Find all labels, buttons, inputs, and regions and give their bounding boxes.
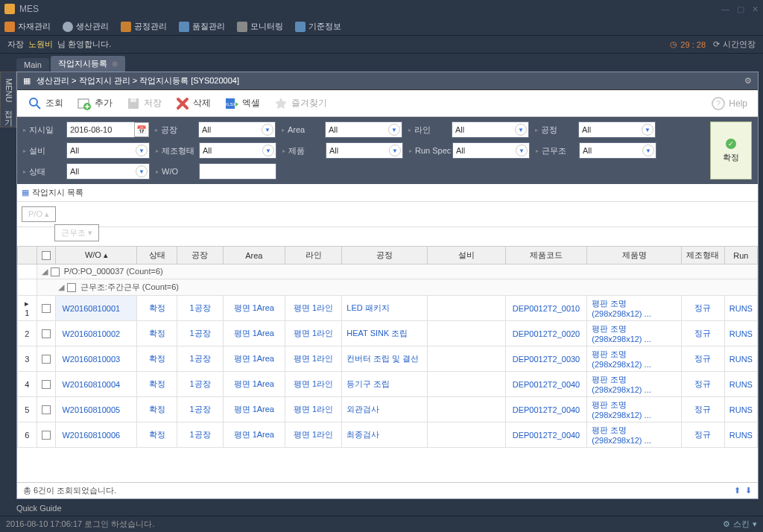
save-button[interactable]: 저장 (120, 93, 168, 114)
checkbox[interactable] (42, 431, 51, 440)
dropdown-icon: ▼ (642, 124, 653, 136)
menu-production[interactable]: 생산관리 (63, 21, 109, 32)
col-rownum[interactable] (18, 247, 37, 265)
cell-wo: W20160810002 (56, 321, 137, 346)
process-combo[interactable]: All▼ (578, 121, 656, 138)
group-row-po[interactable]: ◢ P/O:PO_000037 (Count=6) (37, 265, 757, 279)
delete-button[interactable]: 삭제 (169, 93, 217, 114)
col-area[interactable]: Area (223, 247, 285, 265)
cell-factory: 1공장 (177, 372, 223, 397)
cell-line: 평면 1라인 (285, 372, 341, 397)
col-status[interactable]: 상태 (137, 247, 177, 265)
table-row[interactable]: 5W20160810005확정1공장평면 1Area평면 1라인외관검사DEP0… (18, 397, 758, 422)
tab-close-icon[interactable]: ⊗ (112, 60, 118, 68)
tab-main[interactable]: Main (16, 58, 49, 72)
cell-checkbox[interactable] (37, 321, 56, 346)
add-button[interactable]: 추가 (71, 93, 118, 114)
checkbox[interactable] (67, 283, 76, 292)
table-row[interactable]: ▸ 1W20160810001확정1공장평면 1Area평면 1라인LED 패키… (18, 296, 758, 321)
collapse-icon[interactable]: ◢ (42, 267, 48, 276)
close-icon[interactable]: ✕ (752, 4, 759, 14)
app-icon (4, 4, 15, 14)
factory-combo[interactable]: All▼ (198, 121, 276, 138)
collapse-icon[interactable]: ◢ (58, 282, 64, 291)
col-line[interactable]: 라인 (285, 247, 341, 265)
checkbox[interactable] (42, 380, 51, 389)
scroll-down-icon[interactable]: ⬇ (745, 486, 752, 495)
help-button[interactable]: ? Help (705, 93, 753, 114)
wo-input[interactable] (199, 163, 276, 180)
menu-process[interactable]: 공정관리 (121, 21, 167, 32)
cell-checkbox[interactable] (37, 296, 56, 321)
checkbox-all[interactable] (42, 251, 51, 260)
product-combo[interactable]: All▼ (326, 142, 403, 159)
cell-checkbox[interactable] (37, 346, 56, 372)
checkbox[interactable] (42, 405, 51, 414)
line-combo[interactable]: All▼ (452, 121, 529, 138)
settings-gear-icon[interactable]: ⚙ (744, 76, 752, 86)
runspec-combo[interactable]: All▼ (452, 142, 530, 159)
shift-combo[interactable]: All▼ (579, 142, 656, 159)
col-equipment[interactable]: 설비 (428, 247, 505, 265)
minimize-icon[interactable]: — (721, 4, 729, 14)
check-icon: ✓ (726, 139, 736, 149)
status-combo[interactable]: All▼ (66, 163, 150, 180)
checkbox[interactable] (42, 329, 51, 338)
cell-productcode: DEP0012T2_0040 (505, 422, 587, 448)
quick-guide-bar[interactable]: Quick Guide (0, 501, 763, 516)
menu-material[interactable]: 자재관리 (4, 21, 51, 32)
table-row[interactable]: 4W20160810004확정1공장평면 1Area평면 1라인등기구 조립DE… (18, 372, 758, 397)
cell-checkbox[interactable] (37, 372, 56, 397)
skin-button[interactable]: ⚙ 스킨 ▾ (723, 519, 757, 530)
excel-button[interactable]: XLSX 엑셀 (218, 93, 266, 114)
group-chip-shift-label: 근무조 ▾ (61, 227, 92, 238)
group-chip-shift[interactable]: 근무조 ▾ (54, 224, 99, 241)
tab-workorder-label: 작업지시등록 (58, 58, 107, 69)
mfgtype-combo[interactable]: All▼ (199, 142, 276, 159)
col-factory[interactable]: 공장 (177, 247, 223, 265)
col-process[interactable]: 공정 (342, 247, 428, 265)
cell-checkbox[interactable] (37, 422, 56, 448)
grid[interactable]: W/O ▴ 상태 공장 Area 라인 공정 설비 제품코드 제품명 제조형태 … (17, 246, 758, 482)
cell-equipment (428, 296, 505, 321)
favorite-button[interactable]: 즐겨찾기 (267, 93, 333, 114)
col-productcode[interactable]: 제품코드 (505, 247, 587, 265)
extend-session-button[interactable]: ⟳ 시간연장 (713, 39, 756, 50)
group-chip-po[interactable]: P/O ▴ (22, 206, 56, 222)
date-input[interactable] (66, 121, 135, 138)
scroll-up-icon[interactable]: ⬆ (734, 486, 741, 495)
cell-mfgtype: 정규 (682, 321, 725, 346)
table-row[interactable]: 2W20160810002확정1공장평면 1Area평면 1라인HEAT SIN… (18, 321, 758, 346)
cell-checkbox[interactable] (37, 397, 56, 422)
area-combo[interactable]: All▼ (325, 121, 402, 138)
col-productname[interactable]: 제품명 (587, 247, 682, 265)
confirm-button[interactable]: ✓ 확정 (710, 121, 752, 180)
group-row-shift[interactable]: ◢ 근무조:주간근무 (Count=6) (37, 279, 757, 296)
col-run[interactable]: Run (724, 247, 757, 265)
col-wo[interactable]: W/O ▴ (56, 247, 137, 265)
cell-line: 평면 1라인 (285, 422, 341, 448)
dropdown-icon: ▼ (642, 145, 654, 156)
col-checkbox[interactable] (37, 247, 56, 265)
sidebar-collapsed[interactable]: MENU 접기 즐겨찾기 (0, 72, 16, 127)
cell-productname: 평판 조명(298x298x12) ... (587, 422, 682, 448)
tab-workorder[interactable]: 작업지시등록 ⊗ (51, 56, 125, 72)
menu-masterdata[interactable]: 기준정보 (295, 21, 341, 32)
extend-label: 시간연장 (723, 39, 756, 50)
equipment-combo[interactable]: All▼ (66, 142, 150, 159)
menu-monitoring[interactable]: 모니터링 (237, 21, 283, 32)
table-row[interactable]: 3W20160810003확정1공장평면 1Area평면 1라인컨버터 조립 및… (18, 346, 758, 372)
checkbox[interactable] (42, 355, 51, 364)
date-label: 지시일 (23, 124, 66, 136)
search-button[interactable]: 조회 (22, 93, 69, 114)
col-mfgtype[interactable]: 제조형태 (682, 247, 725, 265)
maximize-icon[interactable]: ▢ (737, 4, 744, 14)
grid-status-text: 총 6건이 조회되었습니다. (23, 485, 116, 496)
cell-equipment (428, 346, 505, 372)
checkbox[interactable] (51, 267, 60, 276)
cell-process: LED 패키지 (342, 296, 428, 321)
calendar-icon[interactable]: 📅 (134, 122, 149, 137)
table-row[interactable]: 6W20160810006확정1공장평면 1Area평면 1라인최종검사DEP0… (18, 422, 758, 448)
checkbox[interactable] (42, 304, 51, 313)
menu-quality[interactable]: 품질관리 (179, 21, 225, 32)
